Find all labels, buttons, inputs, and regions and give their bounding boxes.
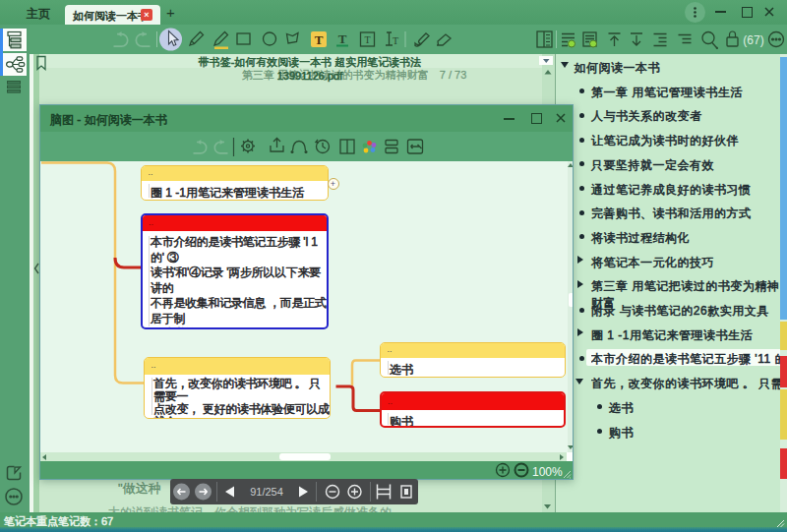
- svg-text:T: T: [338, 31, 347, 46]
- svg-text:T: T: [315, 32, 324, 47]
- svg-text:T: T: [393, 35, 398, 46]
- svg-text:T: T: [364, 34, 370, 45]
- svg-text:(67): (67): [743, 33, 763, 47]
- svg-text:91/254: 91/254: [250, 486, 283, 498]
